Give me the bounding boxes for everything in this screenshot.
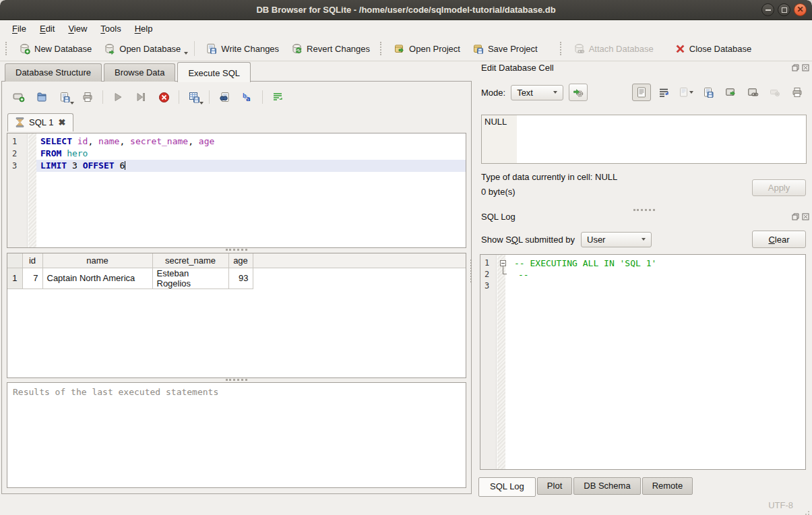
save-results-dropdown-icon[interactable]	[199, 102, 204, 104]
menu-edit[interactable]: Edit	[33, 22, 61, 36]
titlebar[interactable]: DB Browser for SQLite - /home/user/code/…	[0, 0, 812, 20]
dock-close-icon[interactable]	[801, 64, 809, 72]
menubar: File Edit View Tools Help	[0, 20, 812, 36]
print-sql-button[interactable]	[82, 91, 94, 103]
open-project-label: Open Project	[409, 44, 460, 54]
sql-toolbar: ba	[7, 86, 289, 108]
cell-value-editor[interactable]: NULL	[481, 115, 807, 164]
menu-file[interactable]: File	[5, 22, 33, 36]
minimize-button[interactable]	[761, 3, 774, 16]
column-header[interactable]: id	[22, 253, 42, 268]
toolbar-grip[interactable]	[5, 42, 9, 55]
table-cell[interactable]: 93	[228, 268, 253, 289]
save-file-dropdown-icon[interactable]	[70, 102, 74, 104]
open-sql-file-button[interactable]	[36, 91, 48, 103]
tab-db-schema[interactable]: DB Schema	[573, 477, 640, 495]
dock-float-icon[interactable]	[791, 213, 799, 221]
log-lines: 1-- EXECUTING ALL IN 'SQL 1'2--3	[480, 255, 805, 292]
word-wrap-button[interactable]	[272, 91, 284, 103]
save-project-button[interactable]: Save Project	[466, 40, 544, 57]
tab-sql-log[interactable]: SQL Log	[478, 477, 536, 497]
table-row: 17Captain North AmericaEsteban Rogelios9…	[7, 268, 466, 289]
write-changes-icon	[206, 43, 217, 55]
resize-grip[interactable]	[808, 511, 809, 512]
window-title: DB Browser for SQLite - /home/user/code/…	[256, 5, 555, 15]
sql-tab-close-icon[interactable]: ✖	[58, 118, 65, 127]
results-placeholder-text: Results of the last executed statements	[13, 387, 218, 397]
open-database-button[interactable]: Open Database	[98, 40, 187, 57]
menu-tools[interactable]: Tools	[94, 22, 127, 36]
row-number[interactable]: 1	[7, 268, 22, 289]
toolbar-separator	[102, 90, 103, 104]
write-changes-button[interactable]: Write Changes	[199, 40, 285, 57]
splitter-docks[interactable]	[633, 209, 655, 211]
clear-log-button[interactable]: Clear	[752, 231, 806, 248]
column-header[interactable]: secret_name	[152, 253, 228, 268]
revert-changes-button[interactable]: Revert Changes	[285, 40, 376, 57]
format-sql-button[interactable]: ba	[241, 91, 253, 103]
splitter-results-message[interactable]	[226, 379, 247, 381]
log-filter-value: User	[587, 235, 605, 245]
log-line-number: 1	[480, 258, 497, 269]
open-database-label: Open Database	[119, 44, 181, 54]
apply-button: Apply	[752, 179, 806, 196]
sql-log-view[interactable]: 1-- EXECUTING ALL IN 'SQL 1'2--3	[480, 254, 806, 470]
table-cell[interactable]: 7	[22, 268, 42, 289]
open-project-icon	[394, 43, 405, 55]
toolbar-grip[interactable]	[560, 42, 563, 55]
menu-view[interactable]: View	[61, 22, 94, 36]
splitter-editor-results[interactable]	[226, 249, 247, 251]
import-data-button[interactable]	[569, 84, 588, 101]
execute-sql-pane: ba SQL 1 ✖ 1SELECT id, name, secret_name…	[1, 81, 472, 494]
edit-cell-dock-titlebar: Edit Database Cell	[481, 63, 809, 73]
table-cell[interactable]: Captain North America	[42, 268, 152, 289]
grid-corner[interactable]	[7, 253, 22, 268]
toolbar-grip[interactable]	[380, 42, 383, 55]
open-database-dropdown-icon[interactable]	[184, 52, 188, 55]
tab-remote[interactable]: Remote	[642, 477, 693, 495]
close-button[interactable]: ✕	[794, 3, 807, 16]
table-cell[interactable]: Esteban Rogelios	[152, 268, 228, 289]
save-file-icon	[59, 92, 70, 102]
code-text: FROM hero	[7, 148, 466, 160]
sql-1-tab[interactable]: SQL 1 ✖	[7, 113, 73, 131]
find-button[interactable]	[218, 91, 230, 103]
editor-line: 3LIMIT 3 OFFSET 6	[7, 160, 466, 172]
vertical-splitter[interactable]	[470, 260, 474, 282]
tab-execute-sql[interactable]: Execute SQL	[177, 62, 251, 82]
save-sql-file-button[interactable]	[59, 91, 71, 103]
text-mode-button[interactable]	[632, 84, 651, 101]
close-database-label: Close Database	[689, 44, 752, 54]
log-line: 2--	[480, 269, 805, 280]
open-sql-tab-button[interactable]	[13, 91, 25, 103]
export-cell-button[interactable]	[699, 84, 718, 101]
sql-editor[interactable]: 1SELECT id, name, secret_name, age2FROM …	[7, 133, 466, 248]
copy-link-button[interactable]	[743, 84, 762, 101]
open-in-app-button[interactable]	[721, 84, 740, 101]
dock-float-icon[interactable]	[791, 64, 799, 72]
mode-select[interactable]: Text	[511, 85, 563, 100]
stop-sql-button[interactable]	[158, 91, 170, 103]
tab-database-structure[interactable]: Database Structure	[5, 63, 102, 82]
fold-collapse-icon[interactable]	[500, 260, 506, 266]
toolbar-separator	[262, 90, 263, 104]
maximize-button[interactable]	[778, 3, 790, 16]
close-database-button[interactable]: Close Database	[669, 41, 758, 57]
main-toolbar: New Database Open Database Write Changes…	[0, 36, 812, 61]
open-project-button[interactable]: Open Project	[387, 40, 466, 57]
save-project-icon	[472, 43, 484, 55]
print-cell-button[interactable]	[788, 84, 807, 101]
tab-browse-data[interactable]: Browse Data	[104, 63, 175, 82]
new-database-button[interactable]: New Database	[13, 40, 98, 57]
menu-help[interactable]: Help	[128, 22, 160, 36]
set-null-icon	[770, 88, 780, 97]
log-filter-select[interactable]: User	[581, 232, 652, 247]
tab-plot[interactable]: Plot	[537, 477, 572, 495]
column-header[interactable]: age	[228, 253, 253, 268]
word-wrap-cell-button[interactable]	[654, 84, 673, 101]
stop-icon	[158, 92, 170, 103]
log-line-number: 3	[480, 280, 497, 292]
save-results-button[interactable]	[188, 91, 200, 103]
column-header[interactable]: name	[42, 253, 152, 268]
dock-close-icon[interactable]	[801, 213, 809, 221]
